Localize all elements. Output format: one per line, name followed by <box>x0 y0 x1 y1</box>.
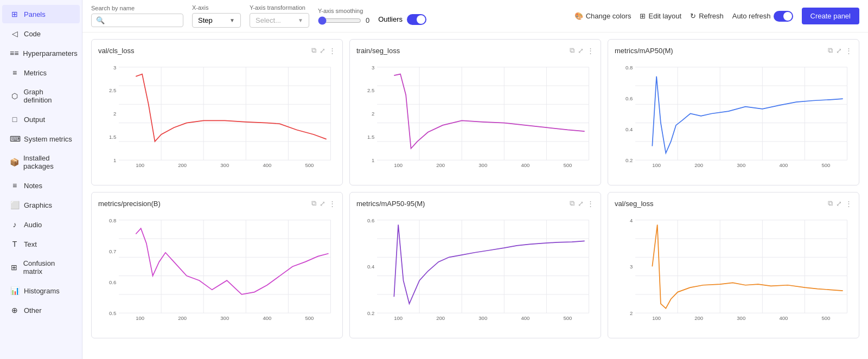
edit-layout-label: Edit layout <box>648 12 681 20</box>
svg-text:1: 1 <box>372 157 374 163</box>
charts-grid: val/cls_loss ⧉ ⤢ ⋮ 32.521.51 10020030040… <box>91 39 859 338</box>
chart-header-train-seg-loss: train/seg_loss ⧉ ⤢ ⋮ <box>356 46 594 55</box>
sidebar-item-histograms[interactable]: 📊 Histograms <box>2 281 80 300</box>
chart-menu-icon-metrics-precision-b[interactable]: ⋮ <box>329 200 336 208</box>
edit-layout-action[interactable]: ⊞ Edit layout <box>640 12 681 20</box>
svg-text:2: 2 <box>372 111 374 117</box>
search-input-wrapper[interactable]: 🔍 <box>91 14 183 27</box>
sidebar-item-system-metrics[interactable]: ⌨ System metrics <box>2 130 80 148</box>
xaxis-dropdown[interactable]: Step ▼ <box>192 13 241 28</box>
sidebar-item-code[interactable]: ◁ Code <box>2 24 80 43</box>
sidebar-item-hyperparameters[interactable]: ≡≡ Hyperparameters <box>2 44 80 62</box>
sidebar-item-graph-definition[interactable]: ⬡ Graph definition <box>2 83 80 109</box>
chart-expand-icon-val-cls-loss[interactable]: ⤢ <box>320 47 326 55</box>
smoothing-slider[interactable] <box>318 16 361 25</box>
svg-text:500: 500 <box>305 316 314 322</box>
chart-title-train-seg-loss: train/seg_loss <box>356 47 400 55</box>
chart-title-metrics-map50-m: metrics/mAP50(M) <box>615 47 673 55</box>
sidebar-item-text[interactable]: T Text <box>2 235 80 253</box>
sidebar-label-histograms: Histograms <box>24 287 60 295</box>
search-input[interactable] <box>108 16 178 24</box>
svg-text:400: 400 <box>263 316 271 322</box>
svg-text:200: 200 <box>694 316 703 322</box>
chart-card-metrics-map50-m: metrics/mAP50(M) ⧉ ⤢ ⋮ 0.80.60.40.2 1002… <box>608 39 859 185</box>
sidebar-item-panels[interactable]: ⊞ Panels <box>2 5 80 23</box>
chart-expand-icon-val-seg-loss[interactable]: ⤢ <box>836 200 842 208</box>
sidebar-item-other[interactable]: ⊕ Other <box>2 301 80 319</box>
svg-text:2.5: 2.5 <box>109 87 116 93</box>
chart-expand-icon-metrics-map50-95-m[interactable]: ⤢ <box>578 200 584 208</box>
chart-copy-icon-val-cls-loss[interactable]: ⧉ <box>311 46 316 55</box>
chart-title-metrics-map50-95-m: metrics/mAP50-95(M) <box>356 200 425 208</box>
search-section: Search by name 🔍 <box>91 5 183 27</box>
refresh-label: Refresh <box>699 12 724 20</box>
sidebar-item-output[interactable]: □ Output <box>2 110 80 129</box>
svg-text:2: 2 <box>113 111 116 117</box>
chart-copy-icon-metrics-precision-b[interactable]: ⧉ <box>311 199 316 208</box>
chart-copy-icon-metrics-map50-m[interactable]: ⧉ <box>828 46 833 55</box>
sidebar-label-text: Text <box>24 240 37 248</box>
chart-menu-icon-val-seg-loss[interactable]: ⋮ <box>845 200 852 208</box>
smoothing-value: 0 <box>366 16 369 24</box>
refresh-action[interactable]: ↻ Refresh <box>690 12 724 20</box>
chart-plot-metrics-map50-95-m: 0.60.40.2 100200300400500 <box>356 212 594 331</box>
yaxis-transform-dropdown[interactable]: Select... ▼ <box>250 13 309 28</box>
auto-refresh-action[interactable]: Auto refresh <box>732 11 793 22</box>
sidebar-item-metrics[interactable]: ≡ Metrics <box>2 63 80 82</box>
chart-header-metrics-map50-95-m: metrics/mAP50-95(M) ⧉ ⤢ ⋮ <box>356 199 594 208</box>
chart-copy-icon-val-seg-loss[interactable]: ⧉ <box>828 199 833 208</box>
outliers-toggle[interactable] <box>407 14 426 25</box>
chart-copy-icon-train-seg-loss[interactable]: ⧉ <box>570 46 575 55</box>
chart-expand-icon-train-seg-loss[interactable]: ⤢ <box>578 47 584 55</box>
sidebar-icon-audio: ♪ <box>10 220 20 229</box>
main-content: Search by name 🔍 X-axis Step ▼ Y-axis tr… <box>82 0 868 359</box>
svg-text:400: 400 <box>521 316 529 322</box>
svg-text:1.5: 1.5 <box>367 134 374 140</box>
change-colors-label: Change colors <box>586 12 631 20</box>
svg-text:0.2: 0.2 <box>367 310 374 316</box>
chart-menu-icon-train-seg-loss[interactable]: ⋮ <box>587 47 594 55</box>
chart-header-val-seg-loss: val/seg_loss ⧉ ⤢ ⋮ <box>615 199 852 208</box>
sidebar-item-notes[interactable]: ≡ Notes <box>2 176 80 195</box>
chart-copy-icon-metrics-map50-95-m[interactable]: ⧉ <box>570 199 575 208</box>
sidebar-label-confusion-matrix: Confusion matrix <box>23 259 72 275</box>
svg-text:1: 1 <box>113 157 116 163</box>
chart-plot-metrics-precision-b: 0.80.70.60.5 100200300400500 <box>98 212 336 331</box>
change-colors-action[interactable]: 🎨 Change colors <box>575 12 631 20</box>
sidebar-item-installed-packages[interactable]: 📦 Installed packages <box>2 149 80 175</box>
chart-card-metrics-precision-b: metrics/precision(B) ⧉ ⤢ ⋮ 0.80.70.60.5 … <box>91 192 343 338</box>
svg-text:3: 3 <box>113 65 116 70</box>
yaxis-transform-arrow-icon: ▼ <box>298 17 303 23</box>
svg-text:100: 100 <box>136 163 144 169</box>
sidebar-item-confusion-matrix[interactable]: ⊞ Confusion matrix <box>2 254 80 280</box>
chart-menu-icon-metrics-map50-95-m[interactable]: ⋮ <box>587 200 594 208</box>
svg-text:100: 100 <box>136 316 144 322</box>
chart-actions-metrics-precision-b: ⧉ ⤢ ⋮ <box>311 199 336 208</box>
sidebar-item-graphics[interactable]: ⬜ Graphics <box>2 196 80 214</box>
auto-refresh-toggle[interactable] <box>774 11 793 22</box>
create-panel-button[interactable]: Create panel <box>802 8 859 24</box>
sidebar-icon-metrics: ≡ <box>10 68 20 77</box>
chart-card-val-seg-loss: val/seg_loss ⧉ ⤢ ⋮ 432 100200300400500 <box>608 192 859 338</box>
sidebar-item-audio[interactable]: ♪ Audio <box>2 215 80 234</box>
xaxis-section: X-axis Step ▼ <box>192 4 241 28</box>
sidebar-label-panels: Panels <box>24 10 46 18</box>
svg-text:0.6: 0.6 <box>109 279 116 285</box>
svg-text:500: 500 <box>821 316 830 322</box>
chart-svg-val-cls-loss: 32.521.51 100200300400500 <box>98 59 336 178</box>
chart-svg-metrics-map50-m: 0.80.60.40.2 100200300400500 <box>615 59 852 178</box>
refresh-icon: ↻ <box>690 12 696 20</box>
yaxis-transform-label: Y-axis transformation <box>250 4 309 11</box>
auto-refresh-label: Auto refresh <box>732 12 771 20</box>
chart-expand-icon-metrics-precision-b[interactable]: ⤢ <box>320 200 326 208</box>
sidebar-icon-panels: ⊞ <box>10 10 20 18</box>
sidebar-icon-confusion-matrix: ⊞ <box>10 263 19 272</box>
chart-menu-icon-metrics-map50-m[interactable]: ⋮ <box>845 47 852 55</box>
chart-expand-icon-metrics-map50-m[interactable]: ⤢ <box>836 47 842 55</box>
chart-menu-icon-val-cls-loss[interactable]: ⋮ <box>329 47 336 55</box>
svg-text:200: 200 <box>436 316 445 322</box>
search-label: Search by name <box>91 5 183 11</box>
svg-text:300: 300 <box>737 163 745 169</box>
sidebar-icon-other: ⊕ <box>10 306 20 315</box>
svg-text:500: 500 <box>305 163 314 169</box>
